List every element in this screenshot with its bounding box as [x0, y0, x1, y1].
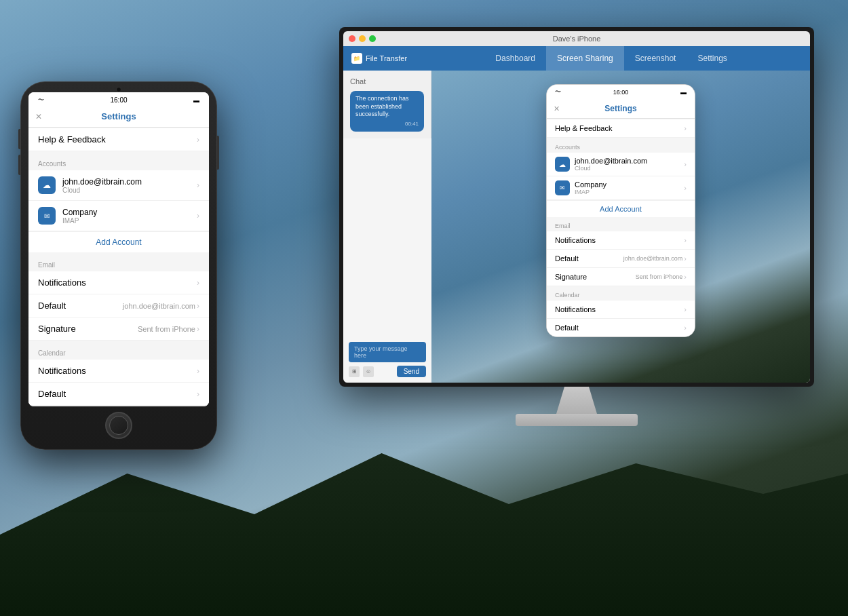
- chat-toolbar: ⊞ ☺ Send: [349, 366, 426, 377]
- monitor-calendar-header: Calendar: [547, 286, 695, 301]
- nav-settings[interactable]: Settings: [687, 46, 737, 71]
- monitor-mail-icon: ✉: [555, 180, 570, 195]
- monitor-account1-chevron-icon: ›: [684, 160, 687, 168]
- chat-title: Chat: [350, 77, 424, 85]
- help-section: Help & Feedback ›: [28, 128, 209, 151]
- monitor-account1-email: john.doe@itbrain.com: [575, 157, 647, 165]
- account1-type: Cloud: [62, 187, 142, 194]
- monitor-settings-header: ✕ Settings: [547, 99, 695, 119]
- chat-time: 00:41: [355, 121, 419, 128]
- chat-input-placeholder[interactable]: Type your message here: [349, 342, 426, 362]
- monitor-account2-chevron-icon: ›: [684, 184, 687, 192]
- email-default-label: Default: [38, 301, 66, 311]
- monitor-signature-right: Sent from iPhone ›: [636, 273, 687, 281]
- chat-bubble-text: The connection has been established succ…: [355, 95, 409, 117]
- monitor-help-label: Help & Feedback: [555, 124, 612, 132]
- monitor-calendar-notifications-row[interactable]: Notifications ›: [547, 301, 695, 319]
- monitor-close-icon[interactable]: ✕: [554, 104, 560, 113]
- signal-icons: 〜: [38, 96, 44, 104]
- monitor-help-chevron-icon: ›: [684, 124, 687, 132]
- chat-bubble: The connection has been established succ…: [350, 91, 424, 132]
- nav-dashboard[interactable]: Dashboard: [484, 46, 546, 71]
- monitor-account2-type: IMAP: [575, 189, 606, 195]
- signature-chevron-icon: ›: [197, 324, 199, 334]
- app-logo-label: File Transfer: [366, 54, 407, 62]
- chat-attach-icon[interactable]: ⊞: [349, 366, 360, 377]
- cloud-icon: ☁: [38, 176, 56, 194]
- minimize-traffic-light[interactable]: [359, 35, 366, 42]
- battery-icon: ▬: [193, 97, 199, 104]
- monitor-help-section: Help & Feedback ›: [547, 119, 695, 138]
- monitor-account1-details: john.doe@itbrain.com Cloud: [575, 157, 647, 172]
- chat-panel-wrapper: Chat The connection has been established…: [343, 71, 431, 383]
- send-button[interactable]: Send: [397, 366, 426, 377]
- monitor-cal-default-chevron-icon: ›: [684, 324, 687, 332]
- monitor-cal-notif-chevron-icon: ›: [684, 305, 687, 313]
- help-feedback-row[interactable]: Help & Feedback ›: [28, 128, 209, 151]
- monitor-battery-icon: ▬: [680, 89, 687, 96]
- monitor-account2-details: Company IMAP: [575, 180, 606, 195]
- monitor-signature-chevron-icon: ›: [684, 273, 687, 281]
- add-account-row: Add Account: [28, 231, 209, 252]
- monitor-email-default-row[interactable]: Default john.doe@itbrain.com ›: [547, 250, 695, 268]
- settings-close-button[interactable]: ✕: [35, 112, 42, 121]
- monitor-calendar-notifications-label: Notifications: [555, 305, 596, 313]
- monitor-accounts-section: ☁ john.doe@itbrain.com Cloud ›: [547, 153, 695, 217]
- monitor-email-notifications-row[interactable]: Notifications ›: [547, 231, 695, 250]
- app-logo-icon: 📁: [351, 53, 362, 64]
- monitor-account1-left: ☁ john.doe@itbrain.com Cloud: [555, 157, 647, 172]
- monitor-settings-content: Help & Feedback › Accounts ☁: [547, 119, 695, 336]
- default-chevron-icon: ›: [197, 301, 199, 311]
- vol-up-button[interactable]: [18, 129, 20, 149]
- account1-details: john.doe@itbrain.com Cloud: [62, 177, 142, 194]
- monitor-email-signature-row[interactable]: Signature Sent from iPhone ›: [547, 268, 695, 286]
- monitor-content: Chat The connection has been established…: [343, 71, 810, 383]
- help-chevron-icon: ›: [197, 135, 199, 145]
- settings-title: Settings: [101, 111, 136, 121]
- home-button[interactable]: [105, 412, 132, 439]
- calendar-section-header: Calendar: [28, 341, 209, 360]
- email-notifications-row[interactable]: Notifications ›: [28, 271, 209, 294]
- email-signature-row[interactable]: Signature Sent from iPhone ›: [28, 317, 209, 341]
- nav-screenshot[interactable]: Screenshot: [624, 46, 687, 71]
- add-account-button[interactable]: Add Account: [96, 237, 141, 247]
- accounts-section-header: Accounts: [28, 152, 209, 170]
- accounts-section: ☁ john.doe@itbrain.com Cloud › ✉: [28, 170, 209, 252]
- monitor-account2-row[interactable]: ✉ Company IMAP ›: [547, 176, 695, 200]
- stand-neck: [556, 387, 597, 414]
- vol-down-button[interactable]: [18, 155, 20, 175]
- monitor-account1-row[interactable]: ☁ john.doe@itbrain.com Cloud ›: [547, 153, 695, 176]
- account1-email: john.doe@itbrain.com: [62, 177, 142, 187]
- monitor-add-account-button[interactable]: Add Account: [600, 205, 642, 213]
- calendar-notifications-label: Notifications: [38, 366, 86, 376]
- chat-emoji-icon[interactable]: ☺: [363, 366, 374, 377]
- wifi-icon: 〜: [38, 96, 44, 104]
- account2-details: Company IMAP: [62, 208, 97, 225]
- account2-name: Company: [62, 208, 97, 217]
- calendar-notifications-row[interactable]: Notifications ›: [28, 360, 209, 383]
- account1-row[interactable]: ☁ john.doe@itbrain.com Cloud ›: [28, 170, 209, 201]
- account2-row[interactable]: ✉ Company IMAP ›: [28, 201, 209, 231]
- monitor-help-row[interactable]: Help & Feedback ›: [547, 119, 695, 138]
- monitor-email-section: Notifications › Default john.doe@itbrain…: [547, 231, 695, 286]
- battery-icons: ▬: [193, 97, 199, 104]
- iphone-physical: 〜 16:00 ▬ ✕ Settings Help & Feedback ›: [20, 81, 217, 450]
- power-button[interactable]: [217, 136, 219, 170]
- nav-screen-sharing[interactable]: Screen Sharing: [546, 46, 624, 71]
- notifications-chevron-icon: ›: [197, 278, 199, 288]
- iphone-body: 〜 16:00 ▬ ✕ Settings Help & Feedback ›: [20, 81, 217, 450]
- account2-left: ✉ Company IMAP: [38, 207, 97, 225]
- calendar-default-row[interactable]: Default ›: [28, 383, 209, 406]
- monitor-email-default-value: john.doe@itbrain.com: [623, 255, 683, 262]
- monitor-calendar-default-row[interactable]: Default ›: [547, 319, 695, 336]
- monitor-accounts-header: Accounts: [547, 138, 695, 153]
- monitor-email-signature-value: Sent from iPhone: [636, 273, 683, 280]
- monitor-account1-type: Cloud: [575, 165, 647, 172]
- email-default-row[interactable]: Default john.doe@itbrain.com ›: [28, 294, 209, 317]
- status-time: 16:00: [110, 96, 127, 104]
- settings-content: Help & Feedback › Accounts ☁ john.doe@it…: [28, 128, 209, 406]
- close-traffic-light[interactable]: [349, 35, 355, 42]
- monitor-add-account-row: Add Account: [547, 200, 695, 217]
- maximize-traffic-light[interactable]: [369, 35, 376, 42]
- email-notifications-label: Notifications: [38, 277, 86, 288]
